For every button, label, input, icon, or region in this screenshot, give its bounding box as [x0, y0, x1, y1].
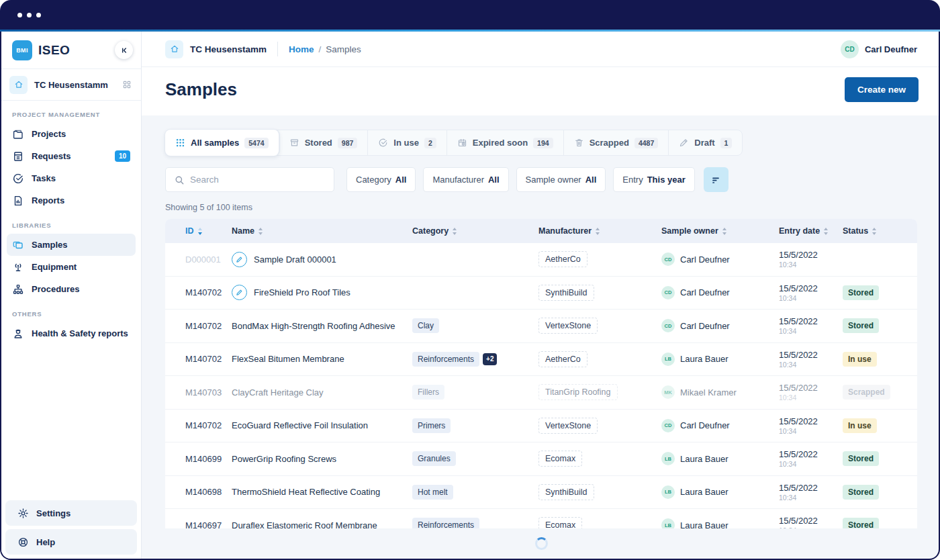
- column-header-category[interactable]: Category: [412, 226, 538, 236]
- tab-draft[interactable]: Draft 1: [669, 130, 742, 155]
- sample-id: M140702: [185, 354, 232, 364]
- sidebar-item-health-safety[interactable]: Health & Safety reports: [7, 322, 136, 344]
- column-header-name[interactable]: Name: [232, 226, 412, 236]
- column-header-sample-owner[interactable]: Sample owner: [661, 226, 779, 236]
- brand-name: ISEO: [38, 43, 70, 58]
- sidebar-item-label: Procedures: [32, 284, 80, 294]
- antenna-icon: [12, 261, 24, 273]
- edit-pencil-icon[interactable]: [232, 285, 247, 300]
- breadcrumb-current: Samples: [326, 44, 361, 54]
- sidebar-project-switcher[interactable]: TC Heusenstamm: [1, 69, 141, 101]
- user-menu[interactable]: CD Carl Deufner: [841, 40, 917, 58]
- table-row[interactable]: M140703 ClayCraft Heritage Clay Fillers …: [165, 376, 917, 410]
- filter-manufacturer[interactable]: Manufacturer All: [423, 167, 508, 192]
- window-dot-icon[interactable]: [36, 13, 41, 17]
- nav-section-label: LIBRARIES: [12, 222, 130, 229]
- filter-label: Sample owner: [526, 175, 581, 185]
- tab-stored[interactable]: Stored 987: [279, 130, 369, 155]
- filter-value: All: [395, 175, 407, 185]
- owner-avatar: CD: [661, 286, 675, 299]
- entry-date: 15/5/2022: [779, 316, 843, 326]
- table-row[interactable]: M140697 Duraflex Elastomeric Roof Membra…: [165, 509, 917, 528]
- owner-name: Laura Bauer: [680, 487, 728, 497]
- sidebar-item-procedures[interactable]: Procedures: [7, 278, 136, 300]
- owner-name: Laura Bauer: [680, 454, 728, 464]
- manufacturer-chip: SynthiBuild: [538, 285, 594, 301]
- window-dot-icon[interactable]: [17, 13, 22, 17]
- owner-cell: LB Laura Bauer: [661, 485, 779, 499]
- tab-label: All samples: [191, 138, 239, 148]
- projects-folder-icon: [12, 128, 24, 140]
- sidebar-item-settings[interactable]: Settings: [5, 500, 137, 526]
- owner-avatar: CD: [661, 319, 675, 332]
- sidebar-item-projects[interactable]: Projects: [7, 123, 136, 145]
- owner-cell: LB Laura Bauer: [661, 452, 779, 465]
- tab-all-samples[interactable]: All samples 5474: [165, 130, 279, 156]
- breadcrumb-home-link[interactable]: Home: [289, 44, 314, 54]
- samples-table: ID Name Category Manufacturer: [165, 219, 917, 528]
- window-dot-icon[interactable]: [27, 13, 32, 17]
- search-input[interactable]: [190, 175, 326, 185]
- pencil-icon: [679, 138, 689, 148]
- window-controls[interactable]: [17, 13, 41, 17]
- category-chip: Granules: [412, 451, 456, 466]
- owner-avatar: MK: [661, 385, 675, 399]
- tab-count: 987: [338, 138, 358, 148]
- table-row[interactable]: D000001 Sample Draft 000001 AetherCo CD …: [165, 243, 917, 277]
- entry-time: 10:34: [779, 327, 843, 335]
- table-row[interactable]: M140702 FireShield Pro Roof Tiles Synthi…: [165, 277, 917, 310]
- sample-name: Sample Draft 000001: [254, 254, 336, 265]
- tab-expired-soon[interactable]: Expired soon 194: [447, 130, 564, 155]
- sidebar-item-reports[interactable]: Reports: [7, 189, 136, 212]
- tab-scrapped[interactable]: Scrapped 4487: [564, 130, 669, 155]
- owner-name: Carl Deufner: [680, 287, 730, 297]
- search-box[interactable]: [165, 167, 334, 192]
- owner-name: Carl Deufner: [680, 254, 730, 265]
- sort-both-icon: [452, 228, 457, 235]
- category-chip: Reinforcements: [412, 518, 479, 528]
- table-row[interactable]: M140702 FlexSeal Bitumen Membrane Reinfo…: [165, 343, 917, 377]
- filter-sample-owner[interactable]: Sample owner All: [516, 167, 606, 192]
- sidebar-item-help[interactable]: Help: [5, 529, 137, 555]
- table-row[interactable]: M140699 PowerGrip Roofing Screws Granule…: [165, 442, 917, 476]
- sample-id: M140699: [185, 454, 232, 464]
- entry-date-cell: 15/5/2022 10:34: [779, 416, 843, 435]
- sidebar-item-label: Health & Safety reports: [32, 328, 128, 338]
- sidebar-collapse-button[interactable]: [115, 41, 133, 59]
- edit-pencil-icon[interactable]: [232, 252, 247, 267]
- filter-value: All: [488, 175, 500, 185]
- table-row[interactable]: M140702 BondMax High-Strength Roofing Ad…: [165, 310, 917, 343]
- lifebuoy-help-icon: [17, 536, 29, 548]
- tab-in-use[interactable]: In use 2: [368, 130, 446, 155]
- table-row[interactable]: M140702 EcoGuard Reflective Foil Insulat…: [165, 410, 917, 443]
- filter-category[interactable]: Category All: [346, 167, 416, 192]
- apps-grid-icon[interactable]: [122, 80, 132, 89]
- sample-name: EcoGuard Reflective Foil Insulation: [232, 420, 368, 430]
- content-area: All samples 5474 Stored 987: [142, 115, 939, 559]
- entry-date: 15/5/2022: [779, 449, 843, 459]
- entry-date: 15/5/2022: [779, 383, 843, 393]
- sample-id: M140697: [185, 520, 232, 528]
- report-document-icon: [12, 195, 24, 207]
- column-header-status[interactable]: Status: [843, 226, 917, 236]
- category-extra-badge[interactable]: +2: [483, 353, 497, 365]
- table-row[interactable]: M140698 ThermoShield Heat Reflective Coa…: [165, 476, 917, 510]
- column-header-entry-date[interactable]: Entry date: [779, 226, 843, 236]
- sidebar-item-tasks[interactable]: Tasks: [7, 167, 136, 189]
- filter-label: Category: [356, 175, 391, 185]
- sidebar-item-requests[interactable]: Requests 10: [7, 145, 136, 167]
- create-new-button[interactable]: Create new: [845, 77, 919, 102]
- sample-id: M140698: [185, 487, 232, 497]
- status-badge: In use: [843, 352, 877, 367]
- column-header-manufacturer[interactable]: Manufacturer: [538, 226, 661, 236]
- status-badge: Stored: [843, 485, 879, 500]
- owner-avatar: LB: [661, 452, 675, 465]
- filter-entry-date[interactable]: Entry This year: [613, 167, 694, 192]
- manufacturer-chip: TitanGrip Roofing: [538, 384, 618, 400]
- breadcrumb-divider: [277, 42, 278, 56]
- sort-button[interactable]: [704, 167, 728, 192]
- column-header-id[interactable]: ID: [185, 226, 232, 236]
- sidebar-item-equipment[interactable]: Equipment: [7, 256, 136, 278]
- sidebar-item-samples[interactable]: Samples: [7, 234, 136, 256]
- filter-value: All: [585, 175, 597, 185]
